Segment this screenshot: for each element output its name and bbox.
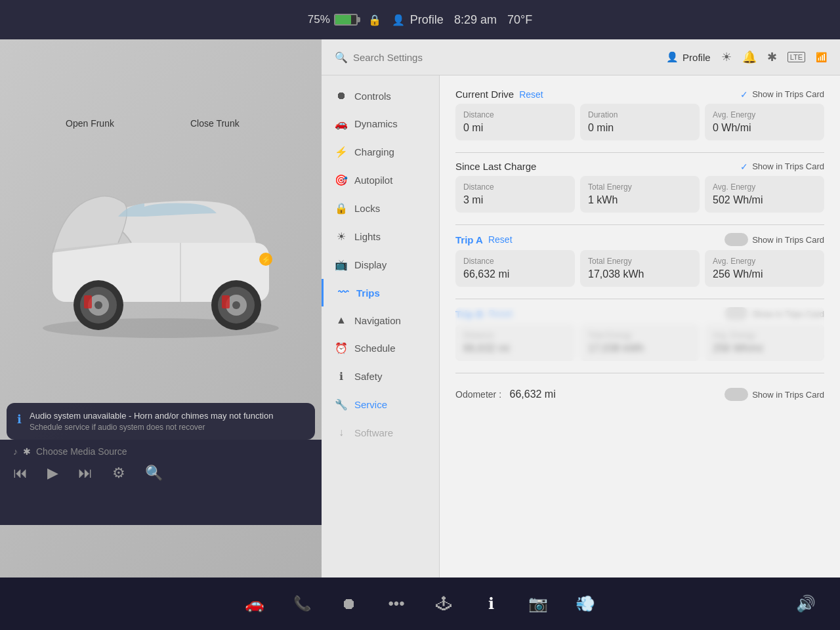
trip-b-distance: Distance 66,632 mi [455,324,575,361]
since-charge-energy-label: Total Energy [588,182,692,192]
current-drive-title: Current Drive [455,89,514,100]
notifications-button[interactable]: 🔔 [742,50,757,64]
navigation-label: Navigation [354,315,401,326]
trip-a-energy-label: Total Energy [588,257,692,266]
svg-point-6 [94,301,102,309]
trip-b-show-trips: Show in Trips Card [724,307,824,320]
volume-section: 🔊 [791,589,820,618]
charging-label: Charging [354,146,394,158]
trip-a-distance-value: 66,632 mi [463,268,567,280]
charging-icon: ⚡ [335,146,348,158]
battery-container: 75% [308,13,358,26]
trip-b-toggle[interactable] [724,307,748,320]
trips-icon: 〰 [337,287,350,299]
bluetooth-button[interactable]: ✱ [767,50,777,64]
trip-a-label[interactable]: Trip A [455,234,483,245]
gamepad-taskbar-button[interactable]: 🕹 [429,589,458,618]
content-area: ⏺ Controls 🚗 Dynamics ⚡ Charging 🎯 Autop… [322,75,840,578]
sidebar-item-controls[interactable]: ⏺ Controls [322,82,439,110]
divider-1 [455,152,824,153]
camera-taskbar-button[interactable]: 📷 [524,589,553,618]
autopilot-label: Autopilot [354,175,392,186]
open-frunk-button[interactable]: Open Frunk [66,118,114,129]
status-profile: 👤 Profile [392,13,444,27]
sidebar-nav: ⏺ Controls 🚗 Dynamics ⚡ Charging 🎯 Autop… [322,75,440,578]
current-drive-duration-value: 0 min [588,122,692,134]
sidebar-item-safety[interactable]: ℹ Safety [322,362,439,390]
header-profile-label: Profile [682,52,711,63]
odometer-show-trips: Show in Trips Card [724,388,824,401]
since-last-charge-title: Since Last Charge [455,161,536,172]
media-dot-button[interactable]: ⏺ [335,589,364,618]
trip-a-avg-energy: Avg. Energy 256 Wh/mi [705,250,824,287]
volume-button[interactable]: 🔊 [791,589,820,618]
svg-point-10 [232,301,240,309]
search-input[interactable] [353,52,484,63]
trips-label: Trips [356,287,380,299]
trip-b-stats: Distance 66,632 mi Total Energy 17,038 k… [455,324,824,361]
more-taskbar-button[interactable]: ••• [382,589,411,618]
header-profile-button[interactable]: 👤 Profile [666,51,711,63]
play-button[interactable]: ▶ [47,465,58,482]
sidebar-item-software: ↓ Software [322,419,439,446]
profile-icon: 👤 [392,14,405,26]
sidebar-item-locks[interactable]: 🔒 Locks [322,194,439,222]
trip-a-header: Trip A Reset Show in Trips Card [455,233,824,246]
sidebar-item-navigation[interactable]: ▲ Navigation [322,306,439,334]
dynamics-icon: 🚗 [335,117,348,130]
current-drive-energy-value: 0 Wh/mi [713,122,816,134]
safety-icon: ℹ [335,370,348,383]
sidebar-item-dynamics[interactable]: 🚗 Dynamics [322,110,439,138]
info-taskbar-button[interactable]: ℹ [476,589,505,618]
car-taskbar-button[interactable]: 🚗 [240,589,269,618]
current-drive-reset-button[interactable]: Reset [519,89,543,100]
equalizer-button[interactable]: ⚙ [112,465,125,482]
sidebar-item-schedule[interactable]: ⏰ Schedule [322,334,439,362]
sidebar-item-service[interactable]: 🔧 Service [322,390,439,419]
sidebar-item-trips[interactable]: 〰 Trips [322,279,439,306]
controls-label: Controls [354,91,391,102]
brightness-button[interactable]: ☀ [721,50,732,64]
trip-a-show-label: Show in Trips Card [752,235,824,245]
trip-b-label[interactable]: Trip B [455,308,484,320]
trip-b-energy: Total Energy 17,038 kWh [580,324,700,361]
media-source-row: ♪ ✱ Choose Media Source [13,446,308,457]
fan-taskbar-button[interactable]: 💨 [571,589,600,618]
trip-a-reset-button[interactable]: Reset [488,234,513,245]
search-media-button[interactable]: 🔍 [145,465,163,482]
trip-b-avg-energy: Avg. Energy 256 Wh/mi [705,324,824,361]
odometer-toggle[interactable] [724,388,748,401]
header-icons: 👤 Profile ☀ 🔔 ✱ LTE 📶 [666,50,827,64]
car-svg: ⚡ [13,144,308,354]
sidebar-item-display[interactable]: 📺 Display [322,251,439,279]
divider-3 [455,299,824,299]
notification-text: Audio system unavailable - Horn and/or c… [30,411,273,432]
sidebar-item-autopilot[interactable]: 🎯 Autopilot [322,166,439,194]
display-label: Display [354,259,387,270]
notification-banner: ℹ Audio system unavailable - Horn and/or… [7,403,315,440]
sidebar-item-lights[interactable]: ☀ Lights [322,222,439,251]
trip-b-reset-button[interactable]: Reset [489,308,513,319]
locks-icon: 🔒 [335,202,348,215]
trip-a-toggle[interactable] [724,233,748,246]
since-charge-avg-energy: Avg. Energy 502 Wh/mi [705,176,824,213]
controls-icon: ⏺ [335,90,348,102]
notification-title: Audio system unavailable - Horn and/or c… [30,411,273,421]
since-charge-avg-label: Avg. Energy [713,182,816,192]
safety-label: Safety [354,371,383,382]
prev-track-button[interactable]: ⏮ [13,465,28,482]
current-drive-title-row: Current Drive Reset [455,89,543,100]
since-charge-avg-value: 502 Wh/mi [713,194,816,206]
search-bar-area: 🔍 👤 Profile ☀ 🔔 ✱ LTE 📶 [322,39,840,75]
next-track-button[interactable]: ⏭ [78,465,93,482]
current-drive-distance: Distance 0 mi [455,104,575,140]
schedule-icon: ⏰ [335,342,348,354]
choose-media-label[interactable]: Choose Media Source [36,446,127,457]
close-trunk-button[interactable]: Close Trunk [190,118,240,129]
current-drive-distance-value: 0 mi [463,122,567,134]
sidebar-item-charging[interactable]: ⚡ Charging [322,138,439,166]
lte-badge: LTE [788,52,805,62]
trip-a-avg-label: Avg. Energy [713,257,816,266]
phone-taskbar-button[interactable]: 📞 [287,589,316,618]
divider-4 [455,373,824,373]
